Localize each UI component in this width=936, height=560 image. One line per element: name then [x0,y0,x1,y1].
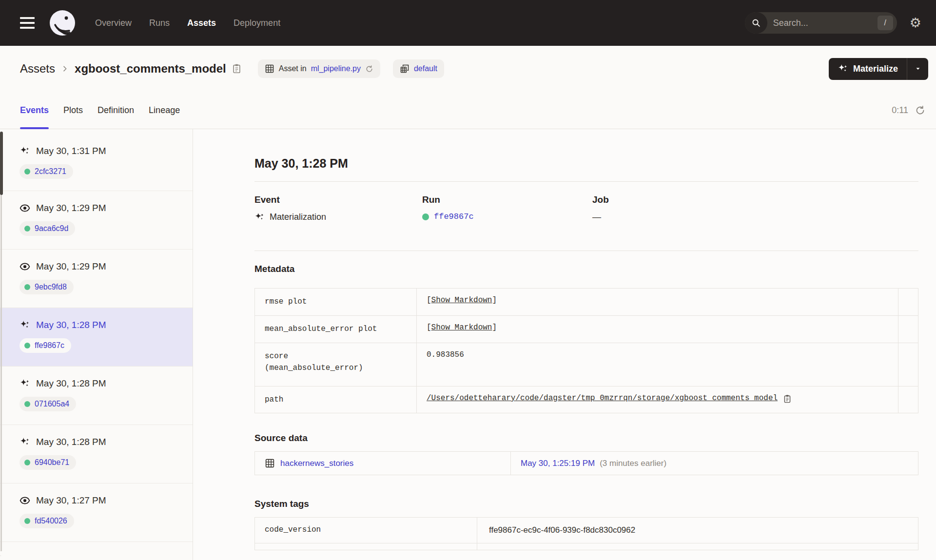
materialization-icon [20,320,30,330]
event-detail-heading: May 30, 1:28 PM [254,156,918,171]
run-id-link: fd540026 [35,517,67,525]
event-timestamp: May 30, 1:29 PM [36,261,106,272]
copy-icon[interactable] [783,394,791,404]
materialization-icon [254,212,265,222]
system-tag-row-partial [255,543,918,550]
metadata-row: rmse plot [Show Markdown] [255,289,918,315]
event-timestamp: May 30, 1:27 PM [36,495,106,506]
job-value: — [592,212,601,222]
materialization-icon [20,378,30,389]
run-id-link: 071605a4 [35,400,69,408]
show-markdown-link[interactable]: [Show Markdown] [427,323,497,332]
reload-icon[interactable] [365,65,373,73]
tab-definition[interactable]: Definition [98,92,134,129]
run-id-badge[interactable]: 071605a4 [20,397,76,411]
system-tags-table: code_version ffe9867c-ec9c-4f06-939c-f8d… [254,517,918,550]
asset-group-icon [400,64,410,74]
observation-icon [20,203,30,213]
run-id-badge[interactable]: 9aca6c9d [20,221,75,236]
run-id-badge[interactable]: ffe9867c [20,338,71,353]
code-location-badge[interactable]: Asset in ml_pipeline.py [258,59,380,78]
breadcrumb-bar: Assets xgboost_comments_model Asset in m… [0,46,936,92]
event-list-item[interactable]: May 30, 1:28 PM 6940be71 [0,425,193,483]
breadcrumb-assets-link[interactable]: Assets [20,62,55,76]
page-title: xgboost_comments_model [75,62,226,76]
refresh-icon[interactable] [915,105,925,116]
run-status-dot [24,401,30,407]
run-status-dot [24,460,30,465]
search-shortcut-badge: / [878,16,893,30]
tab-lineage[interactable]: Lineage [149,92,180,129]
source-asset-link[interactable]: hackernews_stories [280,459,353,468]
observation-icon [20,495,30,506]
run-status-dot [24,226,30,232]
nav-deployment[interactable]: Deployment [234,18,280,28]
asset-group-link[interactable]: default [414,64,437,73]
nav-assets[interactable]: Assets [187,18,216,28]
materialize-button[interactable]: Materialize [829,58,928,80]
run-id-badge[interactable]: 9ebc9fd8 [20,280,74,294]
metadata-key: rmse plot [255,289,417,315]
code-location-link[interactable]: ml_pipeline.py [311,64,361,73]
materialize-label: Materialize [853,64,898,74]
run-status-dot [24,518,30,524]
event-timestamp: May 30, 1:28 PM [36,437,106,447]
settings-gear-icon[interactable]: ⚙ [910,17,921,30]
asset-group-badge[interactable]: default [393,59,444,78]
asset-tabs-bar: Events Plots Definition Lineage 0:11 [0,92,936,129]
run-status-dot [422,213,429,220]
metadata-key: mean_absolute_error plot [255,316,417,343]
refresh-countdown: 0:11 [892,105,908,116]
metadata-value: 0.983856 [427,350,464,359]
primary-nav: Overview Runs Assets Deployment [95,18,280,28]
copy-icon[interactable] [232,63,241,74]
sparkle-icon [838,63,848,74]
run-id-link: 9aca6c9d [35,224,68,233]
metadata-row: score (mean_absolute_error) 0.983856 [255,343,918,386]
metadata-title: Metadata [254,264,918,274]
code-location-prefix: Asset in [279,64,307,73]
nav-overview[interactable]: Overview [95,18,132,28]
event-timestamp: May 30, 1:28 PM [36,378,106,389]
top-navigation-bar: Overview Runs Assets Deployment Search..… [0,0,936,46]
sidebar-scrollbar-thumb[interactable] [0,132,3,195]
tab-plots[interactable]: Plots [63,92,83,129]
run-id-badge[interactable]: 6940be71 [20,455,76,470]
source-data-title: Source data [254,433,918,444]
search-icon [745,12,767,34]
search-input[interactable]: Search... / [745,12,897,34]
event-list-item[interactable]: May 30, 1:31 PM 2cfc3271 [0,129,193,191]
event-type-value: Materialization [270,212,326,222]
tab-events[interactable]: Events [20,92,49,129]
run-id-link: ffe9867c [35,341,64,350]
event-timestamp: May 30, 1:31 PM [36,146,106,156]
path-link[interactable]: /Users/odetteharary/code/dagster/tmp_0mz… [427,394,778,403]
event-label: Event [254,194,422,205]
event-list-item-selected[interactable]: May 30, 1:28 PM ffe9867c [0,308,193,367]
metadata-row: mean_absolute_error plot [Show Markdown] [255,315,918,343]
chevron-right-icon [61,65,69,73]
source-event-time-link[interactable]: May 30, 1:25:19 PM [521,459,595,468]
event-list-item[interactable]: May 30, 1:29 PM 9ebc9fd8 [0,250,193,308]
event-list-item[interactable]: May 30, 1:29 PM 9aca6c9d [0,191,193,250]
dagster-logo[interactable] [49,10,76,36]
nav-runs[interactable]: Runs [149,18,170,28]
event-list-item[interactable]: May 30, 1:28 PM 071605a4 [0,367,193,425]
metadata-table: rmse plot [Show Markdown] mean_absolute_… [254,288,918,413]
search-placeholder: Search... [773,18,878,28]
run-id-link: 6940be71 [35,458,69,467]
asset-table-icon [265,458,275,468]
materialize-dropdown-button[interactable] [907,58,928,80]
source-data-table: hackernews_stories May 30, 1:25:19 PM (3… [254,451,918,475]
system-tags-title: System tags [254,499,918,509]
run-id-link[interactable]: ffe9867c [434,212,474,221]
event-list-item[interactable]: May 30, 1:27 PM fd540026 [0,483,193,542]
run-id-badge[interactable]: 2cfc3271 [20,164,73,179]
run-id-badge[interactable]: fd540026 [20,514,74,528]
event-summary: Event Materialization Run ffe9867c Job — [254,194,918,222]
menu-icon[interactable] [20,17,35,29]
show-markdown-link[interactable]: [Show Markdown] [427,296,497,305]
system-tag-key: code_version [255,518,477,543]
event-timestamp: May 30, 1:28 PM [36,320,106,330]
sidebar-scrollbar-track[interactable] [0,132,2,556]
